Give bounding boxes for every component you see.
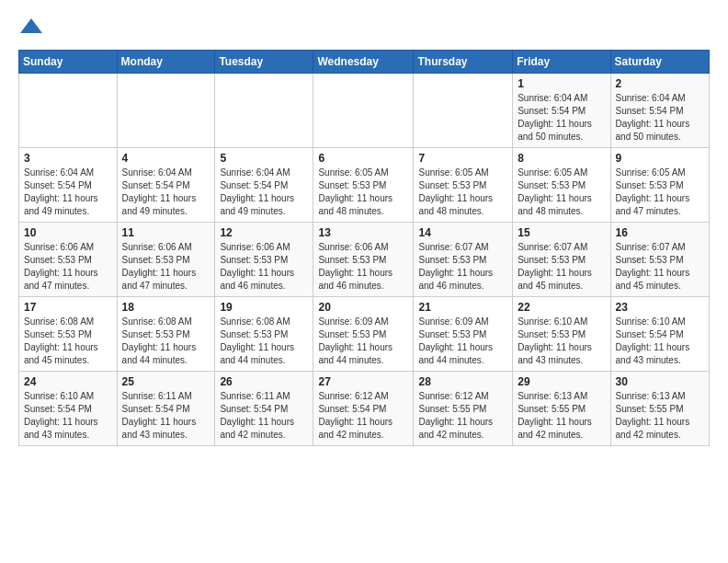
day-info: Sunrise: 6:04 AM Sunset: 5:54 PM Dayligh… [220,167,308,218]
calendar-cell: 5Sunrise: 6:04 AM Sunset: 5:54 PM Daylig… [215,148,313,223]
day-number: 24 [24,375,112,388]
calendar-cell: 6Sunrise: 6:05 AM Sunset: 5:53 PM Daylig… [313,148,414,223]
day-info: Sunrise: 6:04 AM Sunset: 5:54 PM Dayligh… [518,92,605,144]
logo [18,15,48,40]
day-number: 17 [24,301,112,314]
day-number: 29 [518,375,605,388]
day-number: 5 [220,152,308,165]
day-number: 28 [418,375,507,388]
calendar-cell: 2Sunrise: 6:04 AM Sunset: 5:54 PM Daylig… [610,74,709,148]
day-info: Sunrise: 6:04 AM Sunset: 5:54 PM Dayligh… [122,167,210,218]
calendar-cell: 17Sunrise: 6:08 AM Sunset: 5:53 PM Dayli… [19,297,118,372]
day-number: 23 [616,301,704,314]
day-info: Sunrise: 6:04 AM Sunset: 5:54 PM Dayligh… [616,92,704,144]
calendar-week-row: 3Sunrise: 6:04 AM Sunset: 5:54 PM Daylig… [19,148,710,223]
day-number: 7 [418,152,507,165]
day-info: Sunrise: 6:12 AM Sunset: 5:54 PM Dayligh… [318,390,408,442]
day-number: 3 [24,152,112,165]
day-info: Sunrise: 6:05 AM Sunset: 5:53 PM Dayligh… [518,167,605,218]
day-number: 25 [122,375,210,388]
calendar-cell: 9Sunrise: 6:05 AM Sunset: 5:53 PM Daylig… [610,148,709,223]
day-info: Sunrise: 6:07 AM Sunset: 5:53 PM Dayligh… [616,241,704,293]
page: SundayMondayTuesdayWednesdayThursdayFrid… [0,0,728,461]
calendar-cell: 18Sunrise: 6:08 AM Sunset: 5:53 PM Dayli… [117,297,215,372]
calendar-cell: 26Sunrise: 6:11 AM Sunset: 5:54 PM Dayli… [215,372,313,446]
day-number: 10 [24,226,112,239]
day-info: Sunrise: 6:08 AM Sunset: 5:53 PM Dayligh… [24,316,112,367]
day-info: Sunrise: 6:05 AM Sunset: 5:53 PM Dayligh… [418,167,507,218]
calendar-cell: 21Sunrise: 6:09 AM Sunset: 5:53 PM Dayli… [414,297,513,372]
calendar-week-row: 1Sunrise: 6:04 AM Sunset: 5:54 PM Daylig… [19,74,710,148]
calendar-week-row: 17Sunrise: 6:08 AM Sunset: 5:53 PM Dayli… [19,297,710,372]
calendar-cell [414,74,513,148]
day-info: Sunrise: 6:09 AM Sunset: 5:53 PM Dayligh… [318,316,408,367]
weekday-header-sunday: Sunday [19,51,118,74]
day-info: Sunrise: 6:07 AM Sunset: 5:53 PM Dayligh… [518,241,605,293]
calendar-cell: 14Sunrise: 6:07 AM Sunset: 5:53 PM Dayli… [414,223,513,297]
day-info: Sunrise: 6:11 AM Sunset: 5:54 PM Dayligh… [220,390,308,442]
day-info: Sunrise: 6:08 AM Sunset: 5:53 PM Dayligh… [220,316,308,367]
calendar-table: SundayMondayTuesdayWednesdayThursdayFrid… [18,50,710,446]
day-info: Sunrise: 6:10 AM Sunset: 5:54 PM Dayligh… [24,390,112,442]
day-number: 8 [518,152,605,165]
header [18,15,710,40]
calendar-cell: 10Sunrise: 6:06 AM Sunset: 5:53 PM Dayli… [19,223,118,297]
day-info: Sunrise: 6:04 AM Sunset: 5:54 PM Dayligh… [24,167,112,218]
calendar-header-row: SundayMondayTuesdayWednesdayThursdayFrid… [19,51,710,74]
calendar-cell [19,74,118,148]
weekday-header-wednesday: Wednesday [313,51,414,74]
calendar-cell [313,74,414,148]
day-number: 4 [122,152,210,165]
day-number: 11 [122,226,210,239]
day-number: 18 [122,301,210,314]
calendar-cell: 1Sunrise: 6:04 AM Sunset: 5:54 PM Daylig… [513,74,610,148]
day-number: 21 [418,301,507,314]
weekday-header-friday: Friday [513,51,610,74]
calendar-cell: 8Sunrise: 6:05 AM Sunset: 5:53 PM Daylig… [513,148,610,223]
calendar-cell: 23Sunrise: 6:10 AM Sunset: 5:54 PM Dayli… [610,297,709,372]
calendar-cell: 4Sunrise: 6:04 AM Sunset: 5:54 PM Daylig… [117,148,215,223]
svg-rect-2 [28,28,35,33]
calendar-cell: 16Sunrise: 6:07 AM Sunset: 5:53 PM Dayli… [610,223,709,297]
day-number: 1 [518,77,605,90]
calendar-cell [117,74,215,148]
day-info: Sunrise: 6:06 AM Sunset: 5:53 PM Dayligh… [318,241,408,293]
day-number: 26 [220,375,308,388]
calendar-cell: 3Sunrise: 6:04 AM Sunset: 5:54 PM Daylig… [19,148,118,223]
day-info: Sunrise: 6:10 AM Sunset: 5:53 PM Dayligh… [518,316,605,367]
calendar-cell [215,74,313,148]
logo-icon [18,15,44,40]
calendar-week-row: 24Sunrise: 6:10 AM Sunset: 5:54 PM Dayli… [19,372,710,446]
day-info: Sunrise: 6:13 AM Sunset: 5:55 PM Dayligh… [616,390,704,442]
calendar-cell: 7Sunrise: 6:05 AM Sunset: 5:53 PM Daylig… [414,148,513,223]
day-info: Sunrise: 6:05 AM Sunset: 5:53 PM Dayligh… [318,167,408,218]
day-number: 14 [418,226,507,239]
calendar-week-row: 10Sunrise: 6:06 AM Sunset: 5:53 PM Dayli… [19,223,710,297]
weekday-header-thursday: Thursday [414,51,513,74]
calendar-cell: 19Sunrise: 6:08 AM Sunset: 5:53 PM Dayli… [215,297,313,372]
calendar-cell: 12Sunrise: 6:06 AM Sunset: 5:53 PM Dayli… [215,223,313,297]
day-number: 30 [616,375,704,388]
calendar-cell: 11Sunrise: 6:06 AM Sunset: 5:53 PM Dayli… [117,223,215,297]
day-number: 2 [616,77,704,90]
day-number: 9 [616,152,704,165]
day-number: 22 [518,301,605,314]
calendar-cell: 24Sunrise: 6:10 AM Sunset: 5:54 PM Dayli… [19,372,118,446]
calendar-cell: 13Sunrise: 6:06 AM Sunset: 5:53 PM Dayli… [313,223,414,297]
weekday-header-saturday: Saturday [610,51,709,74]
day-number: 19 [220,301,308,314]
day-info: Sunrise: 6:08 AM Sunset: 5:53 PM Dayligh… [122,316,210,367]
calendar-cell: 20Sunrise: 6:09 AM Sunset: 5:53 PM Dayli… [313,297,414,372]
day-info: Sunrise: 6:06 AM Sunset: 5:53 PM Dayligh… [220,241,308,293]
day-info: Sunrise: 6:10 AM Sunset: 5:54 PM Dayligh… [616,316,704,367]
calendar-cell: 29Sunrise: 6:13 AM Sunset: 5:55 PM Dayli… [513,372,610,446]
day-number: 20 [318,301,408,314]
weekday-header-tuesday: Tuesday [215,51,313,74]
day-info: Sunrise: 6:11 AM Sunset: 5:54 PM Dayligh… [122,390,210,442]
calendar-cell: 15Sunrise: 6:07 AM Sunset: 5:53 PM Dayli… [513,223,610,297]
day-number: 16 [616,226,704,239]
calendar-cell: 22Sunrise: 6:10 AM Sunset: 5:53 PM Dayli… [513,297,610,372]
day-number: 12 [220,226,308,239]
day-info: Sunrise: 6:06 AM Sunset: 5:53 PM Dayligh… [24,241,112,293]
weekday-header-monday: Monday [117,51,215,74]
